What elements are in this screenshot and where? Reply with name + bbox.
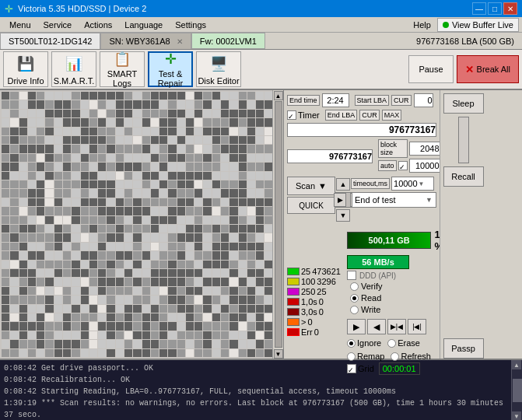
write-radio[interactable] bbox=[350, 306, 359, 314]
erase-option[interactable]: Erase bbox=[387, 338, 420, 348]
end-lba-value-input[interactable] bbox=[287, 123, 436, 137]
auto-check[interactable]: auto bbox=[378, 160, 408, 171]
read-label: Read bbox=[361, 293, 381, 303]
vertical-slider[interactable] bbox=[458, 117, 469, 163]
end-of-test-select[interactable]: End of test ▼ bbox=[351, 192, 436, 208]
smart-logs-button[interactable]: 📋 SMART Logs bbox=[100, 51, 145, 87]
log-line: 0:08:42 Get drive passport... OK bbox=[4, 362, 507, 374]
scroll-down-arrow[interactable]: ▼ bbox=[274, 349, 283, 359]
block-100-label: 100 bbox=[301, 277, 315, 286]
log-area: 0:08:42 Get drive passport... OK0:08:42 … bbox=[0, 359, 522, 420]
auto-checkbox[interactable] bbox=[398, 161, 408, 170]
verify-radio[interactable] bbox=[350, 282, 359, 291]
log-scroll-thumb[interactable] bbox=[513, 379, 522, 402]
nav-down-button[interactable]: ▼ bbox=[336, 209, 350, 222]
menu-language[interactable]: Language bbox=[118, 19, 169, 31]
block-3s-value: 0 bbox=[319, 307, 324, 317]
close-button[interactable]: ✕ bbox=[503, 2, 517, 15]
recall-button[interactable]: Recall bbox=[443, 166, 484, 187]
menu-help[interactable]: Help bbox=[407, 19, 437, 31]
toolbar: 💾 Drive Info 📊 S.M.A.R.T. 📋 SMART Logs ✛… bbox=[0, 50, 522, 90]
smart-button[interactable]: 📊 S.M.A.R.T. bbox=[51, 51, 96, 87]
ddd-label: DDD (API) bbox=[359, 271, 396, 280]
start-lba-label: Start LBA bbox=[355, 95, 390, 106]
break-all-button[interactable]: ✕ Break All bbox=[457, 55, 519, 83]
minimize-button[interactable]: — bbox=[472, 2, 486, 15]
timeout-input[interactable] bbox=[409, 159, 440, 173]
block-orange-indicator bbox=[287, 318, 300, 326]
param-row-1: End time Start LBA CUR bbox=[287, 93, 436, 107]
test-repair-label: Test & Repair bbox=[149, 69, 191, 88]
drive-info-button[interactable]: 💾 Drive Info bbox=[3, 51, 48, 87]
step-back-button[interactable]: ◀ bbox=[367, 319, 386, 334]
start-lba-input[interactable] bbox=[414, 93, 433, 107]
nav-up-button[interactable]: ▲ bbox=[336, 178, 350, 191]
ignore-radio[interactable] bbox=[347, 339, 356, 348]
scroll-bar-right[interactable]: ▲ ▼ bbox=[272, 90, 283, 359]
live-indicator bbox=[443, 22, 449, 28]
test-repair-button[interactable]: ✛ Test & Repair bbox=[148, 51, 193, 87]
step-forward-button[interactable]: ▶|◀ bbox=[387, 319, 406, 334]
start-lba-cur: CUR bbox=[391, 95, 412, 106]
smart-logs-label: SMART Logs bbox=[100, 69, 144, 88]
block-100-value: 3296 bbox=[317, 277, 335, 286]
drive-tab-2-close[interactable]: ✕ bbox=[177, 37, 183, 46]
scan-label: Scan bbox=[296, 181, 315, 191]
erase-radio[interactable] bbox=[387, 339, 396, 348]
timer-checkbox[interactable] bbox=[287, 110, 296, 120]
remap-radio[interactable] bbox=[347, 352, 356, 361]
auto-label: auto bbox=[378, 160, 397, 171]
view-buffer-button[interactable]: View Buffer Live bbox=[437, 18, 519, 32]
app-icon: ✛ bbox=[5, 3, 13, 15]
block-row-250: 250 25 bbox=[287, 287, 341, 296]
ddd-checkbox[interactable] bbox=[347, 271, 356, 280]
scroll-thumb[interactable] bbox=[275, 101, 282, 348]
scroll-up-arrow[interactable]: ▲ bbox=[274, 91, 283, 100]
quick-button[interactable]: QUICK bbox=[287, 197, 335, 214]
log-scroll[interactable]: ▲ ▼ bbox=[511, 360, 522, 420]
disk-editor-button[interactable]: 🖥️ Disk Editor bbox=[196, 51, 241, 87]
drive-tab-1[interactable]: ST500LT012-1DG142 bbox=[0, 33, 100, 49]
log-scroll-up[interactable]: ▲ bbox=[512, 360, 521, 369]
read-radio[interactable] bbox=[350, 294, 359, 303]
block-row-1s: 1,0s 0 bbox=[287, 297, 341, 306]
block-dark-red-indicator bbox=[287, 308, 300, 316]
end-time-input[interactable] bbox=[322, 93, 349, 107]
right-section: End time Start LBA CUR Timer End LBA CUR… bbox=[284, 90, 486, 359]
block-row-err: Err 0 bbox=[287, 327, 341, 337]
log-scroll-down[interactable]: ▼ bbox=[512, 411, 521, 420]
block-1s-label: 1,0s bbox=[301, 297, 317, 306]
log-content: 0:08:42 Get drive passport... OK0:08:42 … bbox=[0, 360, 511, 420]
side-panel: Sleep Recall Passp bbox=[440, 90, 486, 359]
app-title: Victoria 5.35 HDD/SSD | Device 2 bbox=[18, 4, 146, 13]
drive-tab-2[interactable]: SN: WBY361A8 ✕ bbox=[100, 33, 191, 49]
menu-menu[interactable]: Menu bbox=[3, 19, 37, 31]
block-green-indicator bbox=[287, 268, 300, 275]
menu-actions[interactable]: Actions bbox=[78, 19, 118, 31]
menu-service[interactable]: Service bbox=[37, 19, 79, 31]
passp-button[interactable]: Passp bbox=[443, 338, 484, 359]
timeout-value: 10000 bbox=[394, 179, 418, 188]
smart-logs-icon: 📋 bbox=[111, 51, 133, 68]
pause-button[interactable]: Pause bbox=[408, 55, 453, 83]
scan-button[interactable]: Scan ▼ bbox=[287, 177, 335, 195]
block-err-indicator bbox=[287, 328, 300, 336]
block-25-label: 25 bbox=[301, 267, 310, 276]
refresh-radio[interactable] bbox=[391, 352, 399, 361]
nav-right-button[interactable]: ▶ bbox=[334, 193, 346, 207]
end-button[interactable]: |◀| bbox=[408, 319, 426, 334]
ignore-option[interactable]: Ignore bbox=[347, 338, 381, 348]
title-bar: ✛ Victoria 5.35 HDD/SSD | Device 2 — □ ✕ bbox=[0, 0, 522, 17]
sleep-button[interactable]: Sleep bbox=[443, 93, 484, 114]
block-size-input[interactable] bbox=[409, 142, 440, 156]
eot-group: timeout,ms 10000 ▼ End of test ▼ bbox=[351, 177, 436, 208]
drive-tab-2-label: SN: WBY361A8 bbox=[109, 37, 170, 46]
block-row-25: 25 473621 bbox=[287, 267, 341, 276]
timer-check[interactable]: Timer bbox=[287, 110, 320, 120]
menu-settings[interactable]: Settings bbox=[169, 19, 212, 31]
play-button[interactable]: ▶ bbox=[347, 319, 366, 334]
maximize-button[interactable]: □ bbox=[488, 2, 502, 15]
timer-value-input[interactable] bbox=[287, 149, 373, 163]
timeout-select[interactable]: 10000 ▼ bbox=[391, 177, 434, 191]
smart-label: S.M.A.R.T. bbox=[54, 76, 95, 86]
